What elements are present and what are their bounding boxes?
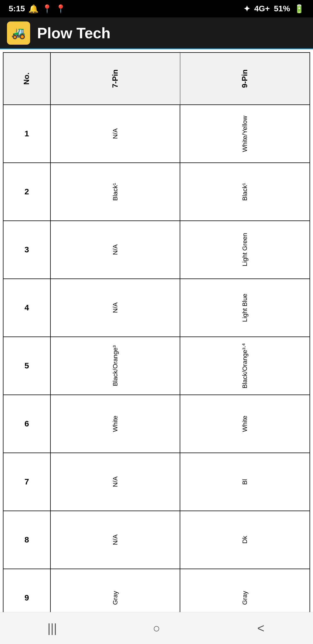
table-wrapper: No. 7-Pin 9-Pin 1N/AWhite/Yellow2Black¹B… <box>0 49 313 644</box>
cell-7pin-8: N/A <box>50 511 180 569</box>
cell-7pin-3: N/A <box>50 221 180 279</box>
nav-bar: ||| ○ < <box>0 612 313 644</box>
cell-7pin-5: Black/Orange³ <box>50 337 180 395</box>
nav-home-button[interactable]: ○ <box>139 621 174 635</box>
nav-prev-button[interactable]: < <box>243 621 278 635</box>
signal-label: 4G+ <box>254 4 270 13</box>
cell-no-2: 2 <box>3 163 50 221</box>
main-content: No. 7-Pin 9-Pin 1N/AWhite/Yellow2Black¹B… <box>0 49 313 644</box>
cell-no-6: 6 <box>3 395 50 453</box>
bluetooth-icon: ✦ <box>243 4 250 14</box>
nav-back-icon: ||| <box>48 621 57 635</box>
cell-no-8: 8 <box>3 511 50 569</box>
location-icon: 📍 <box>42 4 52 14</box>
nav-prev-icon: < <box>257 621 265 635</box>
battery-label: 51% <box>274 4 290 13</box>
table-row: 8N/ADk <box>3 511 310 569</box>
table-row: 1N/AWhite/Yellow <box>3 105 310 163</box>
cell-no-1: 1 <box>3 105 50 163</box>
cell-7pin-7: N/A <box>50 453 180 511</box>
battery-icon: 🔋 <box>294 4 304 14</box>
cell-7pin-2: Black¹ <box>50 163 180 221</box>
col-header-7pin: 7-Pin <box>50 53 180 105</box>
cell-no-5: 5 <box>3 337 50 395</box>
cell-7pin-4: N/A <box>50 279 180 337</box>
cell-9pin-3: Light Green <box>180 221 310 279</box>
nav-home-icon: ○ <box>153 621 160 635</box>
app-header: 🚜 Plow Tech <box>0 17 313 49</box>
col-header-9pin: 9-Pin <box>180 53 310 105</box>
cell-9pin-5: Black/Orange³·⁴ <box>180 337 310 395</box>
time-display: 5:15 <box>9 4 25 13</box>
table-row: 4N/ALight Blue <box>3 279 310 337</box>
status-bar: 5:15 🔔 📍 📍 ✦ 4G+ 51% 🔋 <box>0 0 313 17</box>
app-icon: 🚜 <box>7 21 30 45</box>
table-row: 5Black/Orange³Black/Orange³·⁴ <box>3 337 310 395</box>
alarm-icon: 🔔 <box>28 4 39 14</box>
cell-no-7: 7 <box>3 453 50 511</box>
cell-no-4: 4 <box>3 279 50 337</box>
cell-9pin-1: White/Yellow <box>180 105 310 163</box>
table-row: 7N/ABl <box>3 453 310 511</box>
table-row: 6WhiteWhite <box>3 395 310 453</box>
cell-7pin-6: White <box>50 395 180 453</box>
table-row: 2Black¹Black¹ <box>3 163 310 221</box>
status-right: ✦ 4G+ 51% 🔋 <box>243 4 304 14</box>
status-left: 5:15 🔔 📍 📍 <box>9 4 66 14</box>
cell-9pin-7: Bl <box>180 453 310 511</box>
pin-table: No. 7-Pin 9-Pin 1N/AWhite/Yellow2Black¹B… <box>3 52 310 644</box>
cell-no-3: 3 <box>3 221 50 279</box>
app-title: Plow Tech <box>37 24 110 42</box>
col-header-no: No. <box>3 53 50 105</box>
location-icon-2: 📍 <box>56 4 66 14</box>
cell-9pin-4: Light Blue <box>180 279 310 337</box>
cell-7pin-1: N/A <box>50 105 180 163</box>
cell-9pin-8: Dk <box>180 511 310 569</box>
app-icon-image: 🚜 <box>11 26 26 40</box>
table-row: 3N/ALight Green <box>3 221 310 279</box>
cell-9pin-6: White <box>180 395 310 453</box>
nav-back-button[interactable]: ||| <box>35 621 70 635</box>
cell-9pin-2: Black¹ <box>180 163 310 221</box>
